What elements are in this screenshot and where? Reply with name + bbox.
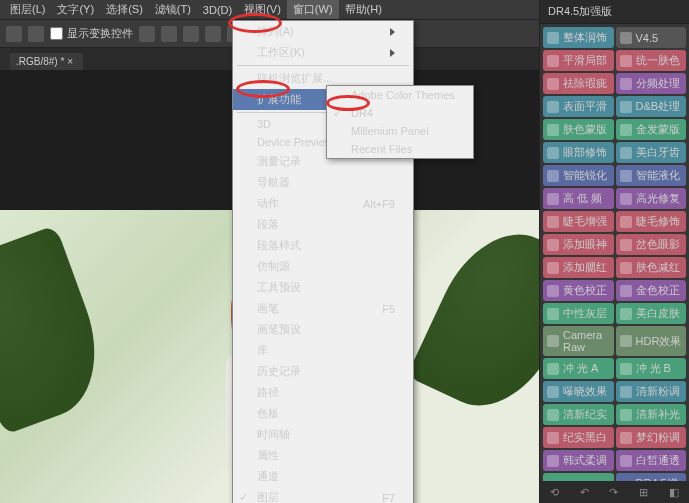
panel-button[interactable]: 分频处理 [616, 73, 687, 94]
panel-button-grid: 整体润饰V4.5平滑局部统一肤色祛除瑕疵分频处理表面平滑D&B处理肤色蒙版金发蒙… [540, 24, 689, 503]
extensions-submenu: Adobe Color ThemesDR4Millenium PanelRece… [326, 85, 474, 159]
tool-icon[interactable] [28, 26, 44, 42]
align-icon[interactable] [183, 26, 199, 42]
photo-leaf [407, 213, 539, 427]
panel-button[interactable]: 金色校正 [616, 280, 687, 301]
panel-button[interactable]: Camera Raw [543, 326, 614, 356]
align-icon[interactable] [205, 26, 221, 42]
menu-视图(V)[interactable]: 视图(V) [238, 0, 287, 19]
panel-button[interactable]: 添加腮红 [543, 257, 614, 278]
footer-icon[interactable]: ⟲ [550, 486, 559, 499]
panel-button[interactable]: 睫毛增强 [543, 211, 614, 232]
menu-选择(S)[interactable]: 选择(S) [100, 0, 149, 19]
panel-button[interactable]: 韩式柔调 [543, 450, 614, 471]
submenu-item[interactable]: Millenium Panel [327, 122, 473, 140]
menu-item[interactable]: 路径 [233, 382, 413, 403]
photo-leaf [0, 225, 117, 435]
panel-button[interactable]: 高光修复 [616, 188, 687, 209]
checkbox[interactable] [50, 27, 63, 40]
panel-button[interactable]: 整体润饰 [543, 27, 614, 48]
menu-item[interactable]: 工具预设 [233, 277, 413, 298]
panel-button[interactable]: 白皙通透 [616, 450, 687, 471]
panel-title: DR4.5加强版 [540, 0, 689, 24]
menu-item[interactable]: 库 [233, 340, 413, 361]
panel-button[interactable]: 纪实黑白 [543, 427, 614, 448]
panel-button[interactable]: 美白皮肤 [616, 303, 687, 324]
panel-button[interactable]: 统一肤色 [616, 50, 687, 71]
checkbox-label: 显示变换控件 [67, 26, 133, 41]
menu-item[interactable]: 仿制源 [233, 256, 413, 277]
submenu-item[interactable]: Adobe Color Themes [327, 86, 473, 104]
menu-item[interactable]: 色板 [233, 403, 413, 424]
document-tab[interactable]: .RGB/8#) * × [6, 53, 83, 70]
panel-button[interactable]: 岔色眼影 [616, 234, 687, 255]
panel-button[interactable]: 冲 光 A [543, 358, 614, 379]
dr4-panel: DR4.5加强版 整体润饰V4.5平滑局部统一肤色祛除瑕疵分频处理表面平滑D&B… [539, 0, 689, 503]
panel-button[interactable]: D&B处理 [616, 96, 687, 117]
menu-item[interactable]: 图层F7 [233, 487, 413, 503]
footer-icon[interactable]: ◧ [669, 486, 679, 499]
panel-button[interactable]: 智能锐化 [543, 165, 614, 186]
align-icon[interactable] [139, 26, 155, 42]
footer-icon[interactable]: ⊞ [639, 486, 648, 499]
panel-button[interactable]: 冲 光 B [616, 358, 687, 379]
menu-item[interactable]: 段落样式 [233, 235, 413, 256]
panel-button[interactable]: 清新粉调 [616, 381, 687, 402]
menu-item[interactable]: 画笔F5 [233, 298, 413, 319]
menu-item[interactable]: 段落 [233, 214, 413, 235]
menu-item[interactable]: 时间轴 [233, 424, 413, 445]
panel-button[interactable]: 睫毛修饰 [616, 211, 687, 232]
panel-button[interactable]: 祛除瑕疵 [543, 73, 614, 94]
footer-icon[interactable]: ↷ [609, 486, 618, 499]
panel-button[interactable]: 梦幻粉调 [616, 427, 687, 448]
panel-button[interactable]: 眼部修饰 [543, 142, 614, 163]
menu-item[interactable]: 导航器 [233, 172, 413, 193]
panel-button[interactable]: 肤色减红 [616, 257, 687, 278]
panel-button[interactable]: 金发蒙版 [616, 119, 687, 140]
panel-button[interactable]: 中性灰层 [543, 303, 614, 324]
panel-button[interactable]: 曝晓效果 [543, 381, 614, 402]
menu-item[interactable]: 画笔预设 [233, 319, 413, 340]
panel-button[interactable]: 美白牙齿 [616, 142, 687, 163]
tool-icon[interactable] [6, 26, 22, 42]
menu-item[interactable]: 历史记录 [233, 361, 413, 382]
panel-button[interactable]: V4.5 [616, 27, 687, 48]
panel-button[interactable]: 清新补光 [616, 404, 687, 425]
panel-button[interactable]: 高 低 频 [543, 188, 614, 209]
align-icon[interactable] [161, 26, 177, 42]
menu-item[interactable]: 工作区(K) [233, 42, 413, 63]
menu-3D(D)[interactable]: 3D(D) [197, 2, 238, 18]
panel-footer: ⟲↶↷⊞◧ [540, 481, 689, 503]
panel-button[interactable]: 黄色校正 [543, 280, 614, 301]
menu-item[interactable]: 动作Alt+F9 [233, 193, 413, 214]
menu-item[interactable]: 通道 [233, 466, 413, 487]
panel-button[interactable]: 平滑局部 [543, 50, 614, 71]
menu-item[interactable]: 排列(A) [233, 21, 413, 42]
menu-帮助(H)[interactable]: 帮助(H) [339, 0, 388, 19]
panel-button[interactable]: 肤色蒙版 [543, 119, 614, 140]
panel-button[interactable]: 智能液化 [616, 165, 687, 186]
menu-图层(L)[interactable]: 图层(L) [4, 0, 51, 19]
panel-button[interactable]: HDR效果 [616, 326, 687, 356]
show-transform-checkbox[interactable]: 显示变换控件 [50, 26, 133, 41]
footer-icon[interactable]: ↶ [580, 486, 589, 499]
menu-item[interactable]: 属性 [233, 445, 413, 466]
submenu-item[interactable]: Recent Files [327, 140, 473, 158]
submenu-item[interactable]: DR4 [327, 104, 473, 122]
panel-button[interactable]: 表面平滑 [543, 96, 614, 117]
menu-窗口(W)[interactable]: 窗口(W) [287, 0, 339, 19]
panel-button[interactable]: 清新纪实 [543, 404, 614, 425]
menu-文字(Y)[interactable]: 文字(Y) [51, 0, 100, 19]
panel-button[interactable]: 添加眼神 [543, 234, 614, 255]
menu-滤镜(T)[interactable]: 滤镜(T) [149, 0, 197, 19]
